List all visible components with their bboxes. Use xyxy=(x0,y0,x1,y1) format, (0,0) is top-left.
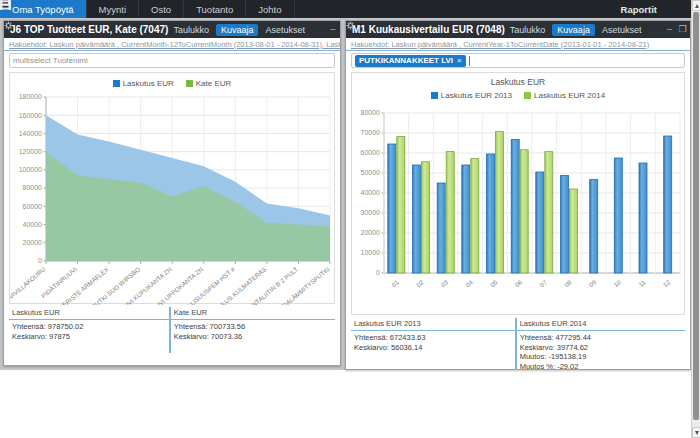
svg-text:100000: 100000 xyxy=(19,166,42,173)
summary-average: Keskiarvo: 56036.14 xyxy=(351,343,515,353)
widget-titlebar[interactable]: J6 TOP Tuotteet EUR, Kate (7047) Taulukk… xyxy=(4,21,340,38)
summary-2013: Laskutus EUR 2013 Yhteensä: 672433.63 Ke… xyxy=(351,318,515,370)
svg-text:04: 04 xyxy=(464,278,474,288)
tab-kuvaaja[interactable]: Kuvaaja xyxy=(216,24,259,36)
svg-text:60000: 60000 xyxy=(23,203,43,210)
summary-total: Yhteensä: 477295.44 xyxy=(517,333,685,343)
svg-text:KIVIVILLAKOURU: KIVIVILLAKOURU xyxy=(10,265,47,304)
area-chart[interactable]: Laskutus EURKate EUR02000040000600008000… xyxy=(9,72,335,304)
svg-text:20000: 20000 xyxy=(23,239,43,246)
svg-text:09: 09 xyxy=(587,278,597,288)
reports-label[interactable]: Raportit xyxy=(621,4,657,15)
svg-text:08: 08 xyxy=(563,278,573,288)
tab-kuvaaja[interactable]: Kuvaaja xyxy=(552,24,595,36)
nav-item-myynti[interactable]: Myynti xyxy=(87,0,139,18)
svg-text:80000: 80000 xyxy=(361,109,381,116)
summary-2014: Laskutus EUR 2014 Yhteensä: 477295.44 Ke… xyxy=(515,318,685,370)
summary-total: Yhteensä: 978750.02 xyxy=(9,322,169,332)
svg-text:02: 02 xyxy=(415,278,425,288)
tab-taulukko[interactable]: Taulukko xyxy=(505,24,551,36)
tab-asetukset[interactable]: Asetukset xyxy=(597,24,647,36)
svg-text:20000: 20000 xyxy=(361,229,381,236)
scrollbar-thumb[interactable] xyxy=(693,12,699,420)
svg-text:160000: 160000 xyxy=(19,112,42,119)
svg-text:140000: 140000 xyxy=(19,130,42,137)
summary-total: Yhteensä: 672433.63 xyxy=(351,333,515,343)
svg-text:07: 07 xyxy=(538,278,548,288)
summary-average: Keskiarvo: 39774.62 xyxy=(517,343,685,353)
svg-text:80000: 80000 xyxy=(23,184,43,191)
top-navbar: Oma Työpöytä Myynti Osto Tuotanto Johto … xyxy=(0,0,691,18)
svg-text:06: 06 xyxy=(513,278,523,288)
svg-text:70000: 70000 xyxy=(361,129,381,136)
svg-text:0: 0 xyxy=(376,269,380,276)
tab-taulukko[interactable]: Taulukko xyxy=(168,24,214,36)
filter-chip-label: PUTKIKANNAKKEET LVI xyxy=(359,56,453,65)
search-conditions[interactable]: Hakuehdot: Laskun päivämäärä , CurrentYe… xyxy=(346,38,690,51)
svg-text:50000: 50000 xyxy=(361,169,381,176)
widget-title: M1 Kuukausivertailu EUR (7048) xyxy=(352,24,505,35)
bar-chart[interactable]: Laskutus EURLaskutus EUR 2013Laskutus EU… xyxy=(351,72,685,315)
product-filter-input[interactable]: multiselect Tuotenimi xyxy=(9,53,335,68)
svg-text:10: 10 xyxy=(612,278,622,288)
svg-text:60000: 60000 xyxy=(361,149,381,156)
nav-item-tuotanto[interactable]: Tuotanto xyxy=(184,0,246,18)
widget-month-comparison: M1 Kuukausivertailu EUR (7048) Taulukko … xyxy=(345,20,691,370)
product-filter-input[interactable]: PUTKIKANNAKKEET LVI × xyxy=(351,53,685,68)
filter-placeholder: multiselect Tuotenimi xyxy=(13,56,88,65)
tab-asetukset[interactable]: Asetukset xyxy=(260,24,310,36)
summary-header: Laskutus EUR 2014 xyxy=(517,318,685,331)
summary-change: Muutos: -195138.19 xyxy=(517,352,685,362)
maximize-icon[interactable]: ❒ xyxy=(677,25,687,34)
scroll-down-button[interactable] xyxy=(692,427,700,438)
svg-text:12: 12 xyxy=(661,278,671,288)
summary-header: Laskutus EUR xyxy=(9,307,169,320)
summary-header: Laskutus EUR 2013 xyxy=(351,318,515,331)
search-conditions[interactable]: Hakuehdot: Laskun päivämäärä , CurrentMo… xyxy=(4,38,340,51)
svg-text:05: 05 xyxy=(489,278,499,288)
svg-text:01: 01 xyxy=(390,278,400,288)
svg-text:10000: 10000 xyxy=(361,249,381,256)
nav-item-osto[interactable]: Osto xyxy=(139,0,184,18)
svg-text:03: 03 xyxy=(439,278,449,288)
text-cursor xyxy=(469,56,470,66)
chip-remove-icon[interactable]: × xyxy=(457,56,462,65)
widget-title: J6 TOP Tuotteet EUR, Kate (7047) xyxy=(10,24,168,35)
filter-chip: PUTKIKANNAKKEET LVI × xyxy=(355,55,466,67)
minimize-icon[interactable]: – xyxy=(664,25,674,34)
svg-text:40000: 40000 xyxy=(23,221,43,228)
summary-section: Laskutus EUR Yhteensä: 978750.02 Keskiar… xyxy=(9,307,335,353)
svg-text:40000: 40000 xyxy=(361,189,381,196)
summary-average: Keskiarvo: 70073.36 xyxy=(171,332,335,342)
nav-item-johto[interactable]: Johto xyxy=(246,0,294,18)
svg-text:11: 11 xyxy=(637,278,647,288)
svg-text:0: 0 xyxy=(38,257,42,264)
summary-average: Keskiarvo: 97875 xyxy=(9,332,169,342)
page-scrollbar xyxy=(691,0,700,438)
summary-laskutus: Laskutus EUR Yhteensä: 978750.02 Keskiar… xyxy=(9,307,169,353)
minimize-icon[interactable]: – xyxy=(328,25,338,34)
widget-titlebar[interactable]: M1 Kuukausivertailu EUR (7048) Taulukko … xyxy=(346,21,690,38)
widget-top-products: J6 TOP Tuotteet EUR, Kate (7047) Taulukk… xyxy=(3,20,341,366)
summary-change-pct: Muutos %: -29.02 xyxy=(517,362,685,372)
summary-header: Kate EUR xyxy=(171,307,335,320)
summary-section: Laskutus EUR 2013 Yhteensä: 672433.63 Ke… xyxy=(351,318,685,370)
scroll-up-button[interactable] xyxy=(692,0,700,11)
svg-text:120000: 120000 xyxy=(19,148,42,155)
svg-text:180000: 180000 xyxy=(19,93,42,100)
summary-kate: Kate EUR Yhteensä: 700733.56 Keskiarvo: … xyxy=(169,307,335,353)
summary-total: Yhteensä: 700733.56 xyxy=(171,322,335,332)
svg-text:30000: 30000 xyxy=(361,209,381,216)
nav-item-oma-tyopoyta[interactable]: Oma Työpöytä xyxy=(0,0,87,18)
